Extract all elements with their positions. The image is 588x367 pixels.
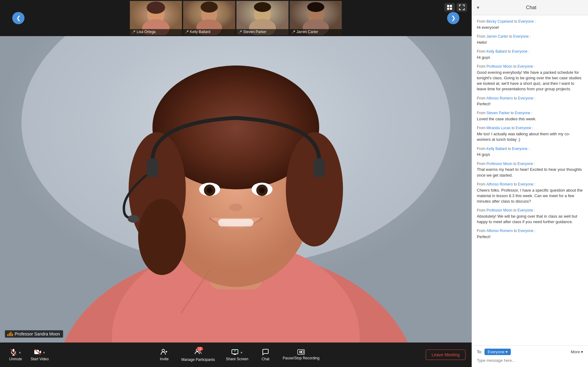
- chat-colon: :: [535, 19, 536, 24]
- main-container: ❮: [0, 0, 588, 367]
- thumbnail-steven-parker[interactable]: 🎤 Steven Parker: [236, 1, 288, 35]
- chat-recipient: Everyone: [513, 34, 529, 39]
- chat-header: ▾ Chat: [472, 0, 588, 15]
- everyone-dropdown-button[interactable]: Everyone ▾: [484, 349, 511, 355]
- chat-colon: :: [529, 49, 530, 54]
- thumbnail-label-1: Lisa Ortega: [137, 30, 156, 34]
- svg-rect-2: [447, 8, 449, 10]
- chat-button[interactable]: Chat: [256, 346, 275, 363]
- chat-from-label: From: [477, 229, 486, 233]
- chat-message-meta: From Becky Copeland to Everyone :: [477, 19, 583, 24]
- chat-message-meta: From Miranda Lucas to Everyone :: [477, 125, 583, 131]
- thumbnail-name-1: 🎤 Lisa Ortega: [130, 29, 182, 35]
- chat-colon: :: [530, 34, 531, 39]
- chat-message-text: That warms my heart to hear! Excited to …: [477, 167, 583, 178]
- unmute-button[interactable]: ▲ Unmute: [6, 346, 25, 363]
- chat-sender: Professor Moon: [486, 162, 512, 166]
- svg-point-6: [147, 2, 165, 14]
- manage-participants-button[interactable]: 16 Manage Participants: [178, 346, 218, 364]
- thumbnail-name-2: 🎤 Kelly Ballard: [183, 29, 235, 35]
- share-caret: ▲: [240, 350, 243, 354]
- chat-sender: Steven Parker: [486, 111, 510, 115]
- start-video-button[interactable]: ▲ Start Video: [28, 346, 52, 363]
- chat-message: From Alfonso Romero to Everyone : Perfec…: [477, 96, 583, 107]
- svg-rect-1: [450, 5, 452, 7]
- grid-icon: [447, 5, 452, 10]
- chat-from-label: From: [477, 19, 486, 24]
- start-video-label: Start Video: [31, 357, 49, 361]
- main-video: Professor Sandra Moon: [0, 36, 472, 343]
- chat-message: From Alfonso Romero to Everyone : Perfec…: [477, 228, 583, 240]
- chat-message-text: Hi guys: [477, 55, 583, 60]
- chat-message: From Becky Copeland to Everyone : Hi eve…: [477, 19, 583, 30]
- participants-count-badge: 16: [197, 347, 203, 351]
- chat-chevron-icon[interactable]: ▾: [477, 5, 479, 10]
- chat-to-row: To: Everyone ▾ More ▾: [477, 349, 583, 355]
- chat-from-label: From: [477, 126, 486, 130]
- svg-point-28: [286, 132, 343, 246]
- chat-message-meta: From Alfonso Romero to Everyone :: [477, 96, 583, 101]
- thumbnail-kelly-ballard[interactable]: 🎤 Kelly Ballard: [183, 1, 235, 35]
- chat-sender: Professor Moon: [486, 208, 512, 212]
- chat-recipient: Everyone: [516, 126, 531, 130]
- audio-bars-icon: [7, 332, 13, 336]
- toolbar: ▲ Unmute ▲ Start Video: [0, 343, 472, 367]
- leave-meeting-button[interactable]: Leave Meeting: [426, 350, 466, 360]
- chat-recipient: Everyone: [518, 208, 533, 212]
- chat-icon: [262, 348, 269, 356]
- chat-from-label: From: [477, 96, 486, 100]
- chat-input[interactable]: [477, 357, 583, 364]
- chat-message: From Kelly Ballard to Everyone : Hi guys: [477, 146, 583, 158]
- recording-button[interactable]: Pause/Stop Recording: [280, 347, 322, 362]
- svg-rect-58: [302, 351, 303, 353]
- chat-from-label: From: [477, 34, 486, 39]
- thumbnail-label-4: Jarren Carter: [296, 30, 318, 34]
- svg-point-32: [207, 187, 213, 193]
- chat-message-meta: From Kelly Ballard to Everyone :: [477, 49, 583, 54]
- chat-message-text: Absolutely! We will be going over that i…: [477, 214, 583, 225]
- invite-button[interactable]: Invite: [155, 346, 173, 363]
- chat-to-text: to: [513, 64, 517, 69]
- chat-more-button[interactable]: More ▾: [571, 350, 583, 354]
- chat-to-text: to: [508, 147, 512, 151]
- chat-recipient: Everyone: [515, 111, 530, 115]
- chat-message-meta: From Alfonso Romero to Everyone :: [477, 228, 583, 234]
- video-caret: ▲: [43, 350, 46, 354]
- view-controls: [444, 3, 467, 12]
- thumbnail-label-2: Kelly Ballard: [190, 30, 210, 34]
- chat-message: From Jarren Carter to Everyone : Hello!: [477, 34, 583, 45]
- fullscreen-button[interactable]: [457, 3, 467, 12]
- chat-to-label: To:: [477, 350, 482, 354]
- toolbar-right: Leave Meeting: [426, 350, 466, 360]
- participants-icon-wrapper: 16: [194, 348, 202, 356]
- video-icon-area: ▲: [34, 348, 46, 356]
- chat-message: From Professor Moon to Everyone : That w…: [477, 161, 583, 178]
- chat-to-text: to: [513, 208, 517, 212]
- unmute-icon-area: ▲: [10, 348, 21, 356]
- chat-message-text: Hello!: [477, 40, 583, 45]
- grid-view-button[interactable]: [444, 3, 455, 12]
- chat-recipient: Everyone: [518, 182, 533, 186]
- chat-message-text: Loved the case studies this week.: [477, 116, 583, 122]
- chat-label: Chat: [262, 357, 269, 361]
- chat-messages: From Becky Copeland to Everyone : Hi eve…: [472, 15, 588, 345]
- chat-recipient: Everyone: [518, 64, 533, 69]
- thumbnail-lisa-ortega[interactable]: 🎤 Lisa Ortega: [130, 1, 182, 35]
- prev-thumbnail-button[interactable]: ❮: [12, 12, 24, 24]
- chat-recipient: Everyone: [512, 49, 528, 54]
- chat-message: From Professor Moon to Everyone : Good e…: [477, 64, 583, 92]
- chat-message-meta: From Professor Moon to Everyone :: [477, 64, 583, 69]
- svg-point-40: [128, 215, 139, 223]
- chat-to-text: to: [514, 96, 518, 100]
- chat-message: From Kelly Ballard to Everyone : Hi guys: [477, 49, 583, 60]
- chat-sender: Kelly Ballard: [486, 49, 507, 54]
- share-screen-button[interactable]: ▲ Share Screen: [223, 346, 251, 363]
- unmute-label: Unmute: [9, 357, 22, 361]
- chat-to-text: to: [514, 229, 518, 233]
- next-thumbnail-button[interactable]: ❯: [447, 12, 459, 24]
- chevron-right-icon: ❯: [451, 15, 456, 21]
- thumbnail-jarren-carter[interactable]: 🎤 Jarren Carter: [290, 1, 342, 35]
- invite-icon: [160, 348, 168, 356]
- share-icon-area: ▲: [231, 348, 243, 356]
- more-chevron-icon: ▾: [581, 350, 583, 354]
